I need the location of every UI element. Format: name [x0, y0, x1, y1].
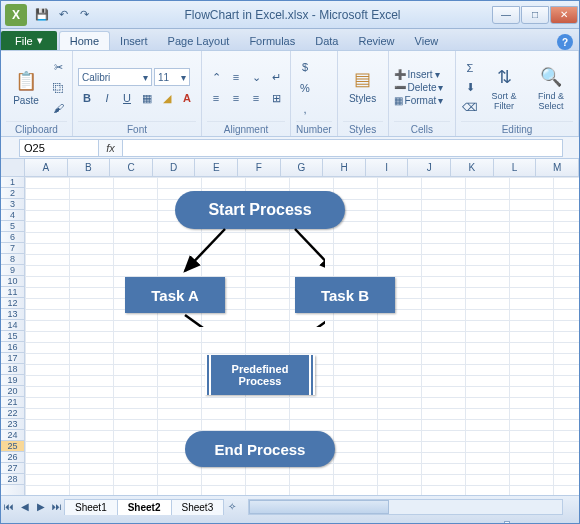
- clear-button[interactable]: ⌫: [461, 99, 479, 117]
- underline-button[interactable]: U: [118, 89, 136, 107]
- row-header[interactable]: 1: [1, 177, 24, 188]
- col-header[interactable]: A: [25, 159, 68, 176]
- sheet-tab-2[interactable]: Sheet2: [117, 499, 172, 515]
- tab-review[interactable]: Review: [348, 32, 404, 50]
- row-header[interactable]: 3: [1, 199, 24, 210]
- wrap-text-button[interactable]: ↵: [267, 68, 285, 86]
- sort-filter-button[interactable]: ⇅ Sort & Filter: [482, 57, 526, 119]
- fill-color-button[interactable]: ◢: [158, 89, 176, 107]
- row-header[interactable]: 12: [1, 298, 24, 309]
- row-header[interactable]: 26: [1, 452, 24, 463]
- row-header[interactable]: 20: [1, 386, 24, 397]
- col-header[interactable]: I: [366, 159, 409, 176]
- copy-icon[interactable]: ⿻: [49, 79, 67, 97]
- sheet-tab-3[interactable]: Sheet3: [171, 499, 225, 515]
- merge-button[interactable]: ⊞: [267, 89, 285, 107]
- tab-view[interactable]: View: [405, 32, 449, 50]
- comma-button[interactable]: ,: [296, 100, 314, 118]
- help-icon[interactable]: ?: [557, 34, 573, 50]
- new-sheet-button[interactable]: ✧: [224, 499, 240, 515]
- zoom-out-button[interactable]: −: [441, 518, 459, 524]
- align-right-button[interactable]: ≡: [247, 89, 265, 107]
- col-header[interactable]: C: [110, 159, 153, 176]
- last-sheet-button[interactable]: ⏭: [49, 499, 65, 515]
- worksheet-grid[interactable]: ABCDEFGHIJKLM 12345678910111213141516171…: [1, 159, 579, 495]
- format-painter-icon[interactable]: 🖌: [49, 99, 67, 117]
- col-header[interactable]: H: [323, 159, 366, 176]
- row-header[interactable]: 18: [1, 364, 24, 375]
- row-header[interactable]: 6: [1, 232, 24, 243]
- name-box[interactable]: O25: [19, 139, 99, 157]
- col-header[interactable]: E: [195, 159, 238, 176]
- row-header[interactable]: 11: [1, 287, 24, 298]
- cells-area[interactable]: Start Process Task A Task B Predefined P…: [25, 177, 579, 495]
- row-header[interactable]: 2: [1, 188, 24, 199]
- row-header[interactable]: 8: [1, 254, 24, 265]
- formula-input[interactable]: [123, 139, 563, 157]
- row-header[interactable]: 13: [1, 309, 24, 320]
- minimize-button[interactable]: —: [492, 6, 520, 24]
- tab-formulas[interactable]: Formulas: [239, 32, 305, 50]
- tab-data[interactable]: Data: [305, 32, 348, 50]
- shape-end-process[interactable]: End Process: [185, 431, 335, 467]
- row-header[interactable]: 15: [1, 331, 24, 342]
- select-all-corner[interactable]: [1, 159, 25, 177]
- align-bottom-button[interactable]: ⌄: [247, 68, 265, 86]
- styles-button[interactable]: ▤ Styles: [343, 54, 383, 116]
- shape-predefined-process[interactable]: Predefined Process: [205, 355, 315, 395]
- redo-icon[interactable]: ↷: [75, 6, 93, 24]
- align-top-button[interactable]: ⌃: [207, 68, 225, 86]
- row-header[interactable]: 5: [1, 221, 24, 232]
- row-header[interactable]: 25: [1, 441, 24, 452]
- col-header[interactable]: G: [281, 159, 324, 176]
- close-button[interactable]: ✕: [550, 6, 578, 24]
- row-header[interactable]: 16: [1, 342, 24, 353]
- bold-button[interactable]: B: [78, 89, 96, 107]
- fx-button[interactable]: fx: [99, 139, 123, 157]
- row-headers[interactable]: 1234567891011121314151617181920212223242…: [1, 177, 25, 495]
- zoom-in-button[interactable]: +: [555, 518, 573, 524]
- col-header[interactable]: D: [153, 159, 196, 176]
- paste-button[interactable]: 📋 Paste: [6, 57, 46, 119]
- percent-button[interactable]: %: [296, 79, 314, 97]
- column-headers[interactable]: ABCDEFGHIJKLM: [25, 159, 579, 177]
- row-header[interactable]: 14: [1, 320, 24, 331]
- row-header[interactable]: 9: [1, 265, 24, 276]
- col-header[interactable]: B: [68, 159, 111, 176]
- prev-sheet-button[interactable]: ◀: [17, 499, 33, 515]
- horizontal-scrollbar[interactable]: [248, 499, 563, 515]
- shape-task-b[interactable]: Task B: [295, 277, 395, 313]
- page-break-view-button[interactable]: ▤: [393, 518, 411, 524]
- col-header[interactable]: J: [408, 159, 451, 176]
- tab-page-layout[interactable]: Page Layout: [158, 32, 240, 50]
- format-button[interactable]: ▦Format▾: [394, 95, 450, 106]
- font-name-select[interactable]: Calibri▾: [78, 68, 152, 86]
- row-header[interactable]: 23: [1, 419, 24, 430]
- col-header[interactable]: L: [494, 159, 537, 176]
- insert-button[interactable]: ➕Insert▾: [394, 69, 450, 80]
- row-header[interactable]: 19: [1, 375, 24, 386]
- align-left-button[interactable]: ≡: [207, 89, 225, 107]
- find-select-button[interactable]: 🔍 Find & Select: [529, 57, 573, 119]
- col-header[interactable]: F: [238, 159, 281, 176]
- cut-icon[interactable]: ✂: [49, 59, 67, 77]
- col-header[interactable]: K: [451, 159, 494, 176]
- next-sheet-button[interactable]: ▶: [33, 499, 49, 515]
- border-button[interactable]: ▦: [138, 89, 156, 107]
- page-layout-view-button[interactable]: ▣: [373, 518, 391, 524]
- row-header[interactable]: 17: [1, 353, 24, 364]
- align-middle-button[interactable]: ≡: [227, 68, 245, 86]
- shape-start-process[interactable]: Start Process: [175, 191, 345, 229]
- delete-button[interactable]: ➖Delete▾: [394, 82, 450, 93]
- fill-button[interactable]: ⬇: [461, 79, 479, 97]
- row-header[interactable]: 4: [1, 210, 24, 221]
- tab-home[interactable]: Home: [59, 31, 110, 50]
- file-tab[interactable]: File▾: [1, 31, 57, 50]
- normal-view-button[interactable]: ▦: [353, 518, 371, 524]
- undo-icon[interactable]: ↶: [54, 6, 72, 24]
- row-header[interactable]: 7: [1, 243, 24, 254]
- col-header[interactable]: M: [536, 159, 579, 176]
- first-sheet-button[interactable]: ⏮: [1, 499, 17, 515]
- save-icon[interactable]: 💾: [33, 6, 51, 24]
- row-header[interactable]: 22: [1, 408, 24, 419]
